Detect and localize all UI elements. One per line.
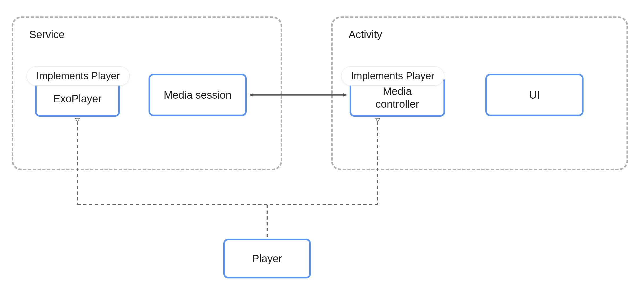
badge-media-controller-implements: Implements Player [341, 66, 444, 86]
node-media-session-label: Media session [164, 89, 232, 101]
architecture-diagram: Service Activity ExoPlayer Implements Pl… [0, 0, 644, 297]
node-player-label: Player [252, 252, 282, 265]
node-media-session: Media session [149, 74, 247, 116]
node-media-controller-label: Media controller [350, 85, 445, 110]
node-exoplayer-label: ExoPlayer [35, 93, 120, 105]
badge-exoplayer-implements: Implements Player [27, 66, 130, 86]
node-ui: UI [485, 74, 584, 116]
node-player: Player [223, 239, 311, 278]
container-activity-label: Activity [349, 29, 382, 41]
node-ui-label: UI [529, 89, 540, 101]
container-service-label: Service [29, 29, 64, 41]
